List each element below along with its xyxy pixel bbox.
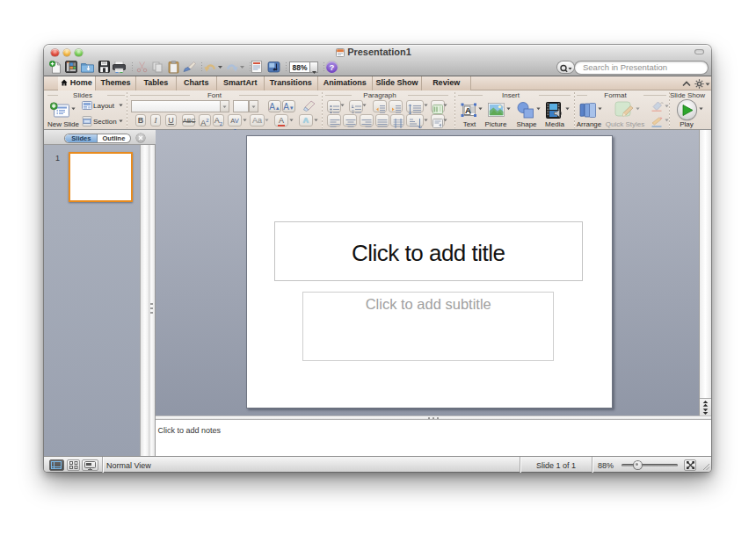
svg-text:A: A	[465, 105, 471, 115]
